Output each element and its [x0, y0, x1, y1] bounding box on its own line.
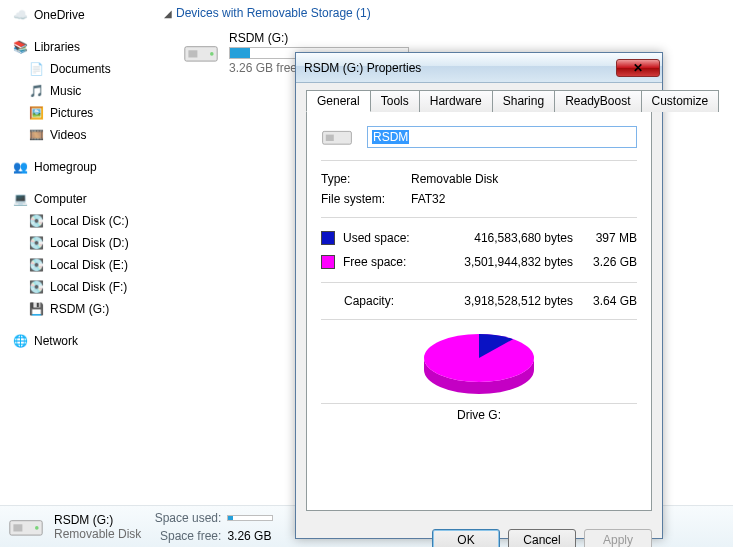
sidebar-item-label: Music: [50, 84, 81, 98]
sidebar-item-onedrive[interactable]: ☁️ OneDrive: [8, 4, 152, 26]
hdd-icon: 💽: [28, 257, 44, 273]
sidebar-item-label: Documents: [50, 62, 111, 76]
svg-point-5: [35, 526, 39, 530]
cloud-icon: ☁️: [12, 7, 28, 23]
capacity-human: 3.64 GB: [581, 289, 637, 313]
sidebar-item-label: Homegroup: [34, 160, 97, 174]
libraries-icon: 📚: [12, 39, 28, 55]
type-value: Removable Disk: [411, 169, 498, 189]
sidebar-item-drive-f[interactable]: 💽Local Disk (F:): [8, 276, 152, 298]
documents-icon: 📄: [28, 61, 44, 77]
drive-label-input[interactable]: RSDM: [367, 126, 637, 148]
cancel-button[interactable]: Cancel: [508, 529, 576, 547]
ok-button[interactable]: OK: [432, 529, 500, 547]
chevron-down-icon: ◢: [164, 8, 172, 19]
navigation-pane: ☁️ OneDrive 📚 Libraries 📄Documents 🎵Musi…: [0, 0, 160, 505]
close-button[interactable]: ✕: [616, 59, 660, 77]
used-space-human: 397 MB: [581, 226, 637, 250]
sidebar-item-pictures[interactable]: 🖼️Pictures: [8, 102, 152, 124]
sidebar-item-libraries[interactable]: 📚 Libraries: [8, 36, 152, 58]
tab-sharing[interactable]: Sharing: [492, 90, 555, 112]
svg-rect-7: [326, 135, 334, 141]
status-drive-type: Removable Disk: [54, 527, 141, 541]
network-icon: 🌐: [12, 333, 28, 349]
sidebar-item-label: Local Disk (F:): [50, 280, 127, 294]
filesystem-label: File system:: [321, 189, 403, 209]
sidebar-item-label: Local Disk (E:): [50, 258, 128, 272]
free-space-bytes: 3,501,944,832 bytes: [431, 250, 573, 274]
sidebar-item-documents[interactable]: 📄Documents: [8, 58, 152, 80]
sidebar-item-drive-d[interactable]: 💽Local Disk (D:): [8, 232, 152, 254]
type-label: Type:: [321, 169, 403, 189]
sidebar-item-label: Pictures: [50, 106, 93, 120]
computer-icon: 💻: [12, 191, 28, 207]
sidebar-item-drive-c[interactable]: 💽Local Disk (C:): [8, 210, 152, 232]
used-swatch: [321, 231, 335, 245]
pie-chart: [321, 320, 637, 404]
used-space-bytes: 416,583,680 bytes: [431, 226, 573, 250]
dialog-title: RSDM (G:) Properties: [304, 61, 421, 75]
status-free-label: Space free:: [151, 527, 221, 545]
sidebar-item-label: Network: [34, 334, 78, 348]
sidebar-item-label: Libraries: [34, 40, 80, 54]
tab-strip: General Tools Hardware Sharing ReadyBoos…: [306, 89, 652, 111]
sidebar-item-label: Videos: [50, 128, 86, 142]
properties-dialog: RSDM (G:) Properties ✕ General Tools Har…: [295, 52, 663, 539]
tab-readyboost[interactable]: ReadyBoost: [554, 90, 641, 112]
pictures-icon: 🖼️: [28, 105, 44, 121]
svg-rect-4: [13, 524, 22, 531]
sidebar-item-label: Local Disk (C:): [50, 214, 129, 228]
sidebar-item-drive-g[interactable]: 💾RSDM (G:): [8, 298, 152, 320]
tab-general[interactable]: General: [306, 90, 371, 112]
section-header-removable[interactable]: ◢ Devices with Removable Storage (1): [160, 0, 733, 26]
removable-drive-icon: [8, 512, 44, 542]
status-used-bar: [227, 515, 273, 521]
sidebar-item-music[interactable]: 🎵Music: [8, 80, 152, 102]
removable-icon: 💾: [28, 301, 44, 317]
drive-icon: [321, 124, 353, 150]
status-used-label: Space used:: [151, 509, 221, 527]
svg-point-2: [210, 52, 214, 56]
pie-caption: Drive G:: [321, 404, 637, 422]
free-space-human: 3.26 GB: [581, 250, 637, 274]
tab-hardware[interactable]: Hardware: [419, 90, 493, 112]
free-swatch: [321, 255, 335, 269]
sidebar-item-label: Local Disk (D:): [50, 236, 129, 250]
section-title: Devices with Removable Storage (1): [176, 6, 371, 20]
hdd-icon: 💽: [28, 235, 44, 251]
sidebar-item-videos[interactable]: 🎞️Videos: [8, 124, 152, 146]
tab-tools[interactable]: Tools: [370, 90, 420, 112]
status-drive-name: RSDM (G:): [54, 513, 141, 527]
sidebar-item-label: RSDM (G:): [50, 302, 109, 316]
sidebar-item-label: OneDrive: [34, 8, 85, 22]
capacity-bytes: 3,918,528,512 bytes: [425, 289, 573, 313]
homegroup-icon: 👥: [12, 159, 28, 175]
hdd-icon: 💽: [28, 279, 44, 295]
sidebar-item-computer[interactable]: 💻Computer: [8, 188, 152, 210]
music-icon: 🎵: [28, 83, 44, 99]
sidebar-item-network[interactable]: 🌐Network: [8, 330, 152, 352]
close-icon: ✕: [633, 61, 643, 75]
filesystem-value: FAT32: [411, 189, 445, 209]
apply-button[interactable]: Apply: [584, 529, 652, 547]
videos-icon: 🎞️: [28, 127, 44, 143]
svg-rect-1: [188, 50, 197, 57]
dialog-titlebar[interactable]: RSDM (G:) Properties ✕: [296, 53, 662, 83]
capacity-label: Capacity:: [321, 289, 417, 313]
tab-page-general: RSDM Type:Removable Disk File system:FAT…: [306, 111, 652, 511]
free-space-label: Free space:: [343, 250, 423, 274]
sidebar-item-label: Computer: [34, 192, 87, 206]
removable-drive-icon: [183, 37, 219, 69]
hdd-icon: 💽: [28, 213, 44, 229]
status-free-value: 3.26 GB: [227, 527, 271, 545]
tab-customize[interactable]: Customize: [641, 90, 720, 112]
sidebar-item-homegroup[interactable]: 👥Homegroup: [8, 156, 152, 178]
sidebar-item-drive-e[interactable]: 💽Local Disk (E:): [8, 254, 152, 276]
used-space-label: Used space:: [343, 226, 423, 250]
drive-tile-name: RSDM (G:): [229, 31, 409, 45]
